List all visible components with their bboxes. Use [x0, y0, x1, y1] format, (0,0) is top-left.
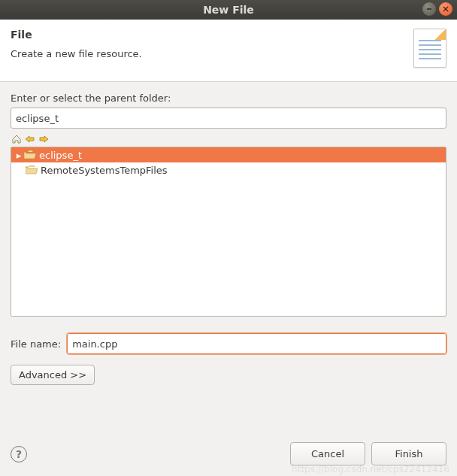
page-subtitle: Create a new file resource. [11, 48, 142, 59]
window-title: New File [203, 4, 254, 16]
tree-item-eclipse-t[interactable]: ▸ eclipse_t [11, 147, 446, 162]
close-icon[interactable] [439, 2, 452, 16]
tree-item-label: eclipse_t [39, 150, 82, 161]
folder-open-icon [25, 165, 38, 175]
home-icon[interactable] [11, 133, 23, 145]
folder-open-icon [23, 150, 37, 160]
new-file-icon [413, 29, 446, 68]
expand-arrow-icon[interactable]: ▸ [14, 150, 23, 161]
back-arrow-icon[interactable] [24, 133, 36, 145]
advanced-button[interactable]: Advanced >> [11, 365, 95, 385]
titlebar: New File [0, 0, 457, 20]
parent-folder-input[interactable] [11, 108, 446, 129]
tree-item-remote-systems[interactable]: RemoteSystemsTempFiles [11, 162, 446, 177]
minimize-icon[interactable] [422, 2, 436, 16]
parent-folder-label: Enter or select the parent folder: [11, 92, 446, 104]
watermark: https://blog.csdn.net/cps22412416 [292, 464, 449, 474]
tree-item-label: RemoteSystemsTempFiles [41, 165, 168, 176]
dialog-header: File Create a new file resource. [0, 20, 457, 82]
page-title: File [11, 29, 142, 41]
finish-button[interactable]: Finish [371, 442, 446, 465]
cancel-button[interactable]: Cancel [290, 442, 365, 465]
forward-arrow-icon[interactable] [38, 133, 50, 145]
tree-nav-toolbar [11, 133, 446, 145]
file-name-input[interactable] [67, 333, 446, 354]
window-controls [422, 2, 452, 16]
help-icon[interactable]: ? [11, 446, 27, 462]
file-name-label: File name: [11, 338, 61, 350]
folder-tree[interactable]: ▸ eclipse_t RemoteSystemsTempFiles [11, 147, 446, 317]
